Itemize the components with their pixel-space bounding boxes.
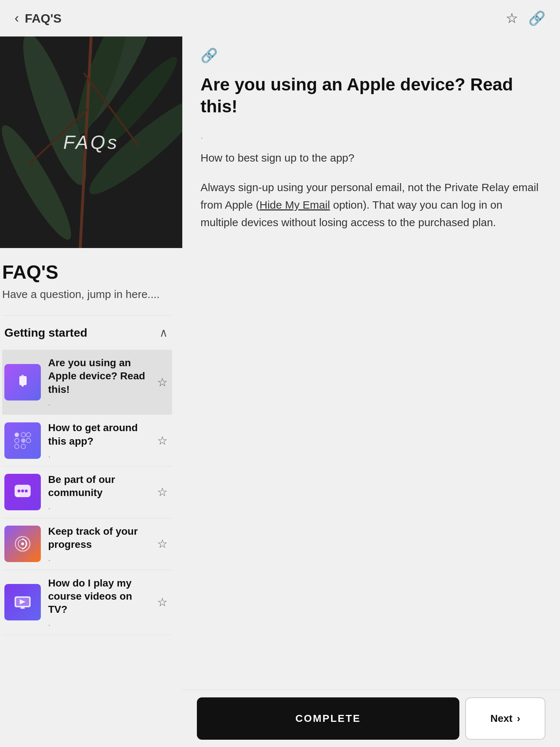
list-item[interactable]: Are you using an Apple device? Read this… bbox=[2, 350, 172, 415]
star-button-nav[interactable]: ☆ bbox=[153, 434, 168, 448]
complete-button[interactable]: COMPLETE bbox=[197, 697, 459, 740]
section-title: Getting started bbox=[4, 326, 88, 340]
left-panel: FAQs FAQ'S Have a question, jump in here… bbox=[0, 36, 182, 642]
list-item[interactable]: Keep track of your progress . ☆ bbox=[2, 518, 172, 570]
item-text-nav: How to get around this app? . bbox=[48, 421, 146, 460]
faq-title: FAQ'S bbox=[2, 261, 172, 283]
star-icon[interactable]: ☆ bbox=[506, 10, 518, 26]
star-button-tv[interactable]: ☆ bbox=[153, 595, 168, 609]
svg-point-17 bbox=[26, 438, 31, 443]
svg-point-11 bbox=[22, 384, 24, 387]
item-text-tv: How do I play my course videos on TV? . bbox=[48, 577, 146, 628]
svg-rect-29 bbox=[20, 607, 25, 609]
item-text-progress: Keep track of your progress . bbox=[48, 525, 146, 563]
svg-rect-10 bbox=[19, 376, 27, 385]
item-title-apple: Are you using an Apple device? Read this… bbox=[48, 356, 146, 396]
article-body: Always sign-up using your personal email… bbox=[201, 179, 542, 231]
list-item[interactable]: How do I play my course videos on TV? . … bbox=[2, 570, 172, 635]
next-button[interactable]: Next › bbox=[465, 697, 545, 740]
item-text-apple: Are you using an Apple device? Read this… bbox=[48, 356, 146, 408]
item-dot-progress: . bbox=[48, 554, 146, 563]
link-icon[interactable]: 🔗 bbox=[528, 10, 545, 26]
article-link-icon[interactable]: 🔗 bbox=[201, 47, 542, 63]
article-title: Are you using an Apple device? Read this… bbox=[201, 74, 542, 117]
svg-point-23 bbox=[25, 489, 28, 492]
list-item[interactable]: Be part of our community . ☆ bbox=[2, 467, 172, 518]
faq-subtitle: Have a question, jump in here.... bbox=[2, 288, 172, 301]
back-button[interactable]: ‹ bbox=[15, 11, 19, 26]
star-button-progress[interactable]: ☆ bbox=[153, 537, 168, 551]
article-dot: . bbox=[201, 131, 542, 141]
header-left: ‹ FAQ'S bbox=[15, 11, 62, 26]
right-panel: 🔗 Are you using an Apple device? Read th… bbox=[182, 36, 560, 642]
list-item[interactable]: How to get around this app? . ☆ bbox=[2, 415, 172, 467]
header: ‹ FAQ'S ☆ 🔗 bbox=[0, 0, 560, 36]
star-button-community[interactable]: ☆ bbox=[153, 485, 168, 499]
section-header[interactable]: Getting started ∧ bbox=[2, 315, 172, 350]
item-thumbnail-community bbox=[4, 474, 41, 510]
svg-point-26 bbox=[21, 542, 24, 545]
item-title-tv: How do I play my course videos on TV? bbox=[48, 577, 146, 616]
star-button-apple[interactable]: ☆ bbox=[153, 375, 168, 389]
header-title: FAQ'S bbox=[25, 11, 62, 26]
svg-point-12 bbox=[15, 433, 19, 437]
item-thumbnail-apple bbox=[4, 364, 41, 400]
svg-point-19 bbox=[21, 444, 26, 449]
item-title-community: Be part of our community bbox=[48, 473, 146, 500]
item-text-community: Be part of our community . bbox=[48, 473, 146, 511]
hero-image: FAQs bbox=[0, 36, 182, 248]
item-dot-community: . bbox=[48, 502, 146, 511]
hero-overlay-text: FAQs bbox=[63, 131, 119, 153]
svg-point-18 bbox=[15, 444, 19, 449]
left-content: FAQ'S Have a question, jump in here.... … bbox=[0, 248, 182, 642]
item-title-progress: Keep track of your progress bbox=[48, 525, 146, 551]
header-right: ☆ 🔗 bbox=[506, 10, 545, 26]
item-thumbnail-progress bbox=[4, 526, 41, 562]
svg-point-13 bbox=[21, 433, 26, 437]
item-dot-tv: . bbox=[48, 619, 146, 628]
hide-my-email-link[interactable]: Hide My Email bbox=[260, 199, 330, 211]
svg-point-16 bbox=[21, 438, 26, 443]
next-arrow-icon: › bbox=[517, 713, 520, 724]
next-label: Next bbox=[490, 713, 513, 724]
svg-point-14 bbox=[26, 433, 31, 437]
item-thumbnail-tv bbox=[4, 584, 41, 620]
item-dot-nav: . bbox=[48, 450, 146, 460]
item-thumbnail-nav bbox=[4, 422, 41, 459]
item-dot-apple: . bbox=[48, 398, 146, 408]
item-title-nav: How to get around this app? bbox=[48, 421, 146, 448]
svg-point-15 bbox=[15, 438, 19, 443]
svg-point-22 bbox=[21, 489, 24, 492]
bottom-bar: COMPLETE Next › bbox=[182, 690, 560, 747]
svg-point-21 bbox=[18, 489, 20, 492]
article-question: How to best sign up to the app? bbox=[201, 152, 542, 164]
chevron-up-icon: ∧ bbox=[159, 326, 168, 340]
main-layout: FAQs FAQ'S Have a question, jump in here… bbox=[0, 36, 560, 642]
